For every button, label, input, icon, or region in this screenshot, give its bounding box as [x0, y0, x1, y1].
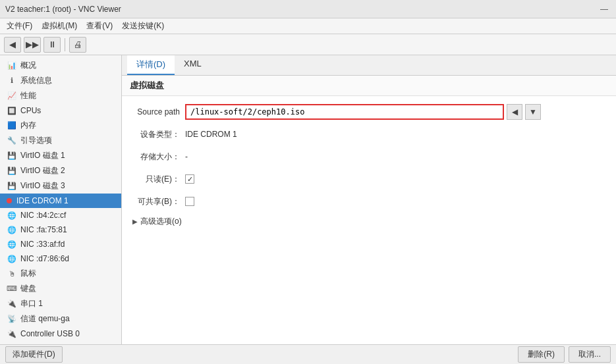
device-type-value: IDE CDROM 1: [185, 130, 237, 139]
sidebar-item-virtio-disk1[interactable]: 💾 VirtIO 磁盘 1: [0, 148, 121, 163]
menu-bar: 文件(F) 虚拟机(M) 查看(V) 发送按键(K): [0, 18, 616, 34]
sidebar-item-cpus[interactable]: 🔲 CPUs: [0, 103, 121, 118]
advanced-triangle-icon: ▶: [132, 218, 138, 225]
sidebar-item-pci0[interactable]: 🔌 Controller PCI 0: [0, 341, 121, 344]
device-type-label: 设备类型：: [132, 129, 185, 140]
sidebar-item-memory[interactable]: 🟦 内存: [0, 118, 121, 133]
sidebar-label-virtio2: VirtIO 磁盘 2: [20, 165, 65, 176]
title-bar-left: V2 teacher:1 (root) - VNC Viewer: [5, 5, 121, 14]
sidebar: 📊 概况 ℹ 系统信息 📈 性能 🔲 CPUs 🟦 内存 🔧 引导选项 💾 Vi…: [0, 55, 122, 344]
minimize-button[interactable]: —: [598, 3, 611, 16]
readonly-checkbox[interactable]: [185, 174, 194, 184]
shareable-checkbox[interactable]: [185, 197, 194, 206]
readonly-row: 只读(E)：: [132, 171, 605, 187]
content-area: 详情(D) XML 虚拟磁盘 Source path ◀ ▼ 设备类型： IDE…: [122, 55, 616, 344]
pci0-icon: 🔌: [7, 343, 17, 344]
detail-content: Source path ◀ ▼ 设备类型： IDE CDROM 1 存储大小： …: [122, 96, 616, 344]
sidebar-item-performance[interactable]: 📈 性能: [0, 88, 121, 103]
sidebar-label-performance: 性能: [20, 90, 36, 101]
cpus-icon: 🔲: [7, 105, 17, 116]
sidebar-label-serial1: 串口 1: [20, 298, 43, 309]
source-path-row: Source path ◀ ▼: [132, 104, 605, 120]
title-bar: V2 teacher:1 (root) - VNC Viewer —: [0, 0, 616, 18]
virtio2-icon: 💾: [7, 166, 17, 176]
sidebar-label-pci0: Controller PCI 0: [20, 344, 76, 344]
advanced-options-row[interactable]: ▶ 高级选项(o): [132, 216, 605, 227]
sidebar-item-mouse[interactable]: 🖱 鼠标: [0, 266, 121, 281]
source-path-input[interactable]: [185, 104, 504, 120]
sidebar-item-virtio-disk2[interactable]: 💾 VirtIO 磁盘 2: [0, 163, 121, 178]
sidebar-item-qemu-ga[interactable]: 📡 信道 qemu-ga: [0, 311, 121, 326]
overview-icon: 📊: [7, 61, 17, 71]
shareable-row: 可共享(B)：: [132, 194, 605, 209]
add-hardware-button[interactable]: 添加硬件(D): [5, 346, 63, 363]
sidebar-item-usb0[interactable]: 🔌 Controller USB 0: [0, 326, 121, 341]
delete-button[interactable]: 删除(R): [518, 346, 565, 363]
source-path-input-wrapper: ◀ ▼: [185, 104, 541, 120]
main-container: 📊 概况 ℹ 系统信息 📈 性能 🔲 CPUs 🟦 内存 🔧 引导选项 💾 Vi…: [0, 55, 616, 344]
sidebar-label-mouse: 鼠标: [20, 268, 36, 279]
cancel-button[interactable]: 取消...: [569, 346, 611, 363]
source-path-clear-button[interactable]: ◀: [507, 104, 522, 120]
sidebar-item-nic2[interactable]: 🌐 NIC :fa:75:81: [0, 222, 121, 237]
serial1-icon: 🔌: [7, 299, 17, 309]
sidebar-item-serial1[interactable]: 🔌 串口 1: [0, 296, 121, 311]
virtio3-icon: 💾: [7, 181, 17, 192]
sidebar-label-qemu-ga: 信道 qemu-ga: [20, 313, 70, 325]
sidebar-item-nic3[interactable]: 🌐 NIC :33:af:fd: [0, 237, 121, 251]
sidebar-label-cpus: CPUs: [20, 106, 41, 115]
shareable-checkbox-wrap: [185, 197, 194, 206]
sidebar-label-keyboard: 键盘: [20, 283, 36, 294]
toolbar-btn-3[interactable]: ⏸: [43, 37, 61, 53]
title-bar-right: —: [598, 3, 611, 16]
sidebar-label-usb0: Controller USB 0: [20, 329, 80, 338]
source-path-dropdown-button[interactable]: ▼: [525, 104, 541, 120]
tab-bar: 详情(D) XML: [122, 55, 616, 76]
sidebar-item-keyboard[interactable]: ⌨ 键盘: [0, 281, 121, 296]
sidebar-label-nic1: NIC :b4:2c:cf: [20, 211, 66, 220]
qemu-ga-icon: 📡: [7, 314, 17, 325]
toolbar-btn-1[interactable]: ◀: [4, 37, 21, 53]
menu-vm[interactable]: 虚拟机(M): [38, 19, 81, 33]
sidebar-item-boot[interactable]: 🔧 引导选项: [0, 133, 121, 148]
sidebar-item-virtio-disk3[interactable]: 💾 VirtIO 磁盘 3: [0, 178, 121, 194]
sidebar-label-boot: 引导选项: [20, 135, 52, 146]
toolbar-btn-4[interactable]: 🖨: [69, 37, 86, 53]
boot-icon: 🔧: [7, 136, 17, 146]
shareable-label: 可共享(B)：: [132, 196, 185, 207]
bottom-left: 添加硬件(D): [5, 346, 63, 363]
keyboard-icon: ⌨: [7, 284, 17, 294]
storage-size-label: 存储大小：: [132, 151, 185, 163]
sidebar-item-nic1[interactable]: 🌐 NIC :b4:2c:cf: [0, 208, 121, 222]
sidebar-item-nic4[interactable]: 🌐 NIC :d7:86:6d: [0, 251, 121, 266]
usb0-icon: 🔌: [7, 328, 17, 339]
virtio1-icon: 💾: [7, 151, 17, 161]
nic2-icon: 🌐: [7, 224, 17, 235]
bottom-bar: 添加硬件(D) 删除(R) 取消...: [0, 344, 616, 364]
source-path-label: Source path: [132, 107, 185, 117]
sidebar-item-ide-cdrom1[interactable]: IDE CDROM 1: [0, 194, 121, 208]
menu-send-key[interactable]: 发送按键(K): [118, 19, 168, 33]
title-text: V2 teacher:1 (root) - VNC Viewer: [5, 5, 121, 14]
sidebar-label-virtio1: VirtIO 磁盘 1: [20, 150, 65, 161]
sidebar-label-nic2: NIC :fa:75:81: [20, 225, 67, 234]
nic1-icon: 🌐: [7, 210, 17, 221]
sysinfo-icon: ℹ: [7, 76, 17, 86]
toolbar-separator: [65, 38, 65, 51]
sidebar-label-overview: 概况: [20, 60, 36, 71]
toolbar-btn-2[interactable]: ▶▶: [24, 37, 41, 53]
tab-xml[interactable]: XML: [175, 55, 211, 75]
sidebar-label-nic4: NIC :d7:86:6d: [20, 254, 69, 263]
tab-details[interactable]: 详情(D): [127, 55, 175, 75]
performance-icon: 📈: [7, 91, 17, 101]
readonly-label: 只读(E)：: [132, 174, 185, 185]
sidebar-item-overview[interactable]: 📊 概况: [0, 58, 121, 73]
bottom-right: 删除(R) 取消...: [518, 346, 611, 363]
storage-size-row: 存储大小： -: [132, 149, 605, 165]
sidebar-label-memory: 内存: [20, 120, 36, 131]
sidebar-item-sysinfo[interactable]: ℹ 系统信息: [0, 73, 121, 88]
menu-view[interactable]: 查看(V): [82, 19, 117, 33]
menu-file[interactable]: 文件(F): [3, 19, 36, 33]
readonly-checkbox-wrap: [185, 174, 194, 184]
memory-icon: 🟦: [7, 120, 17, 131]
